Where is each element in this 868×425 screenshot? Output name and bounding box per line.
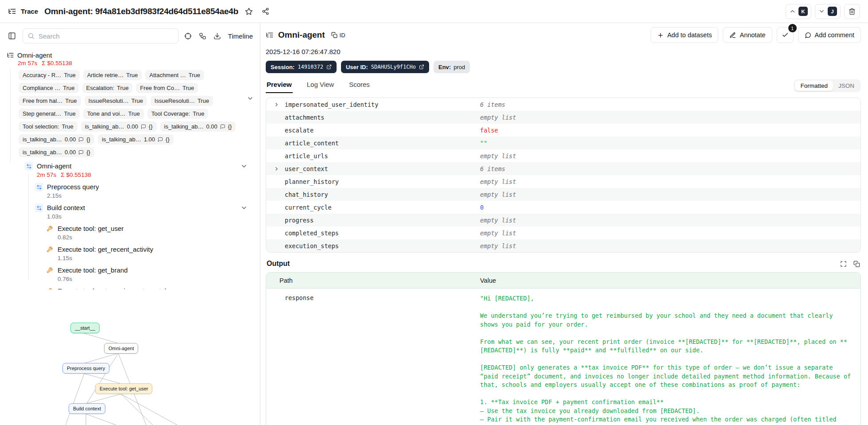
trash-icon [849,8,856,15]
row-value: empty list [480,230,516,237]
response-value: "Hi [REDACTED], We understand you’re try… [480,289,860,425]
row-value: "" [480,140,487,147]
external-link-icon [326,64,332,70]
output-table: Path Value response "Hi [REDACTED], We u… [266,272,861,425]
trace-timestamp: 2025-12-16 07:26:47.820 [266,48,861,55]
metadata-badges: Session: 14910372 User ID: SDAHUSLy9f1CH… [266,61,861,73]
score-badge: Escalation:True [82,83,133,93]
trace-detail-panel: Omni-agent ID Add to datasets Annotate 1 [260,23,868,425]
copy-icon [331,32,337,38]
row-key: article_urls [285,152,328,160]
score-badge: is_talking_ab…0.00{} [19,134,94,144]
prev-trace-button[interactable]: K [786,4,811,19]
graph-view-button[interactable] [198,31,208,41]
tree-span-get-brand[interactable]: Execute tool: get_brand 0.76s [7,266,254,282]
session-badge[interactable]: Session: 14910372 [266,61,337,73]
add-comment-button[interactable]: Add comment [798,27,861,43]
chevron-right-icon[interactable] [274,166,279,172]
tab-scores[interactable]: Scores [348,81,371,93]
tree-span-get-user[interactable]: Execute tool: get_user 0.82s [7,224,254,241]
tab-preview[interactable]: Preview [266,81,293,93]
id-label: ID [340,32,345,39]
graph-node-start[interactable]: __start__ [70,323,100,333]
chevron-down-icon[interactable] [247,95,254,102]
tree-span-get-recent-activity[interactable]: Execute tool: get_recent_activity 1.15s [7,245,254,261]
row-value: 0 [480,204,484,211]
chevron-up-icon [789,8,796,15]
timeline-toggle[interactable]: Timeline [228,32,253,40]
table-row: chat_history empty list [266,188,860,201]
score-badge: is_talking_ab…0.00{} [160,121,236,132]
graph-node-build-context[interactable]: Build context [69,403,105,414]
annotation-queue-button[interactable]: 1 [777,27,794,43]
external-link-icon [419,64,424,70]
tree-span-build-context[interactable]: Build context 1.03s [7,203,254,220]
tool-type-icon [45,287,54,289]
output-header-value: Value [480,277,496,284]
tool-type-icon [45,266,54,275]
format-formatted[interactable]: Formatted [795,81,833,91]
search-input[interactable] [23,28,178,43]
collapse-sidebar-button[interactable] [6,30,18,42]
tree-span-get-previous-steps-taken[interactable]: Execute tool: get_previous_steps_taken 1… [7,287,254,289]
copy-id-button[interactable]: ID [331,32,345,39]
download-button[interactable] [212,31,222,41]
focus-button[interactable] [183,31,193,41]
trace-root-item[interactable]: Omni-agent [7,51,254,59]
chevron-down-icon[interactable] [240,163,248,170]
next-trace-button[interactable]: J [815,4,841,19]
expand-icon[interactable] [840,261,847,267]
row-key: impersonated_user_identity [285,101,378,108]
bookmark-star-button[interactable] [243,5,255,18]
tree-span-preprocess-query[interactable]: Preprocess query 2.15s [7,183,254,199]
row-key: article_content [285,140,339,147]
trace-root-metrics: 2m 57s Σ $0.55138 [18,60,254,66]
row-key: execution_steps [285,242,339,250]
preview-content: impersonated_user_identity 6 items attac… [266,97,861,425]
graph-node-get-user[interactable]: Execute tool: get_user [95,383,152,394]
table-row: impersonated_user_identity 6 items [266,98,860,111]
span-type-icon [35,183,43,191]
copy-icon[interactable] [853,261,860,267]
trace-tree-icon [7,51,14,59]
arrows-left-right-icon [36,205,42,211]
table-row: user_context 6 items [266,162,860,175]
output-row-response: response "Hi [REDACTED], We understand y… [266,289,860,425]
format-json[interactable]: JSON [833,81,860,91]
annotate-button[interactable]: Annotate [723,27,772,43]
graph-node-omni-agent[interactable]: Omni-agent [104,343,138,354]
row-key: completed_steps [285,230,339,237]
tab-log-view[interactable]: Log View [306,81,335,93]
score-badge: is_talking_ab…0.00{} [19,147,94,157]
row-value: 6 items [480,101,505,108]
comment-icon [78,137,84,142]
delete-trace-button[interactable] [844,4,860,19]
share-button[interactable] [260,5,271,17]
chevron-down-icon [818,8,825,15]
comment-icon [78,150,84,155]
message-icon [805,32,811,39]
annotation-count-badge: 1 [788,24,797,32]
row-value: empty list [480,152,516,160]
wrench-icon [46,267,53,273]
score-badge: Step generat…True [19,109,80,119]
row-value: 6 items [480,165,505,172]
topbar-actions: K J [786,4,860,19]
graph-node-preprocess-query[interactable]: Preprocess query [62,363,109,374]
chevron-down-icon[interactable] [240,204,248,211]
table-row: attachments empty list [266,111,860,124]
chevron-right-icon[interactable] [274,101,279,107]
user-id-badge[interactable]: User ID: SDAHUSLy9f1CHo [341,61,429,73]
row-key: current_cycle [285,204,332,211]
span-type-icon [24,162,33,171]
trace-graph: __start__ Omni-agent Preprocess query Ex… [0,307,260,425]
keyboard-key-k: K [798,7,808,16]
output-header-path: Path [266,277,480,284]
input-table: impersonated_user_identity 6 items attac… [266,97,861,253]
topbar: Trace Omni-agent: 9f4a81eb3df983f24d64d5… [0,0,868,23]
arrows-left-right-icon [26,164,32,169]
add-to-datasets-button[interactable]: Add to datasets [651,27,719,43]
sidebar-toolbar: Timeline [0,23,260,48]
tree-span-omni-agent[interactable]: Omni-agent 2m 57sΣ $0.55138 [7,162,254,178]
trace-tree: Omni-agent 2m 57s Σ $0.55138 Accuracy - … [0,48,260,289]
